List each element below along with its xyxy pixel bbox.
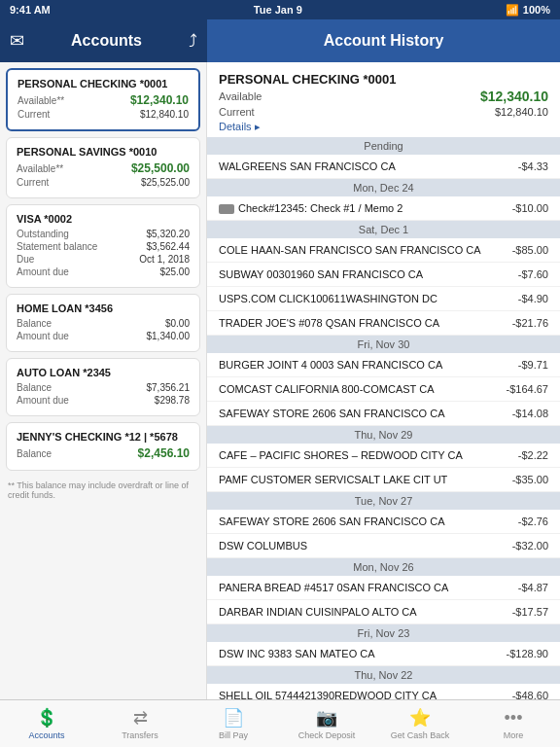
account-card-personal-savings[interactable]: PERSONAL SAVINGS *0010Available**$25,500… <box>6 137 200 198</box>
transaction-row[interactable]: TRADER JOE'S #078 QSAN FRANCISCO CA-$21.… <box>207 311 560 336</box>
transaction-row[interactable]: PAMF CUSTOMER SERVICSALT LAKE CIT UT-$35… <box>207 468 560 492</box>
transaction-amount: -$7.60 <box>518 268 548 280</box>
mail-icon[interactable]: ✉ <box>10 30 24 52</box>
available-label: Available <box>219 90 262 102</box>
transaction-name: CAFE – PACIFIC SHORES – REDWOOD CITY CA <box>219 449 518 461</box>
more-icon: ••• <box>505 708 523 729</box>
account-row-label: Outstanding <box>17 229 69 239</box>
get-cash-back-icon: ⭐ <box>409 707 431 729</box>
accounts-icon: 💲 <box>36 707 57 729</box>
history-header: Account History <box>207 19 560 62</box>
account-row: Amount due$298.78 <box>17 395 190 406</box>
bill-pay-tab-label: Bill Pay <box>219 730 248 740</box>
account-card-auto-loan[interactable]: AUTO LOAN *2345Balance$7,356.21Amount du… <box>6 358 200 416</box>
tab-bar: 💲Accounts⇄Transfers📄Bill Pay📷Check Depos… <box>0 699 560 747</box>
more-tab-label: More <box>504 730 524 740</box>
section-header: Mon, Dec 24 <box>207 179 560 196</box>
account-row-value: $0.00 <box>165 318 190 329</box>
account-row-label: Due <box>17 254 34 265</box>
transaction-amount: -$9.71 <box>518 359 548 371</box>
status-date: Tue Jan 9 <box>254 4 302 16</box>
transaction-name: Check#12345: Check #1 / Memo 2 <box>219 202 512 214</box>
account-row: Balance$2,456.10 <box>17 446 190 460</box>
history-title: Account History <box>324 32 444 50</box>
account-name: AUTO LOAN *2345 <box>17 367 190 378</box>
account-row: Balance$0.00 <box>17 318 190 329</box>
account-row: Available**$12,340.10 <box>18 93 189 107</box>
transaction-amount: -$32.00 <box>512 540 548 551</box>
account-card-visa[interactable]: VISA *0002Outstanding$5,320.20Statement … <box>6 204 200 288</box>
transaction-name: TRADER JOE'S #078 QSAN FRANCISCO CA <box>219 317 512 329</box>
transaction-row[interactable]: COMCAST CALIFORNIA 800-COMCAST CA-$164.6… <box>207 377 560 402</box>
transaction-name: DSW INC 9383 SAN MATEO CA <box>219 648 507 659</box>
transaction-row[interactable]: PANERA BREAD #4517 0SAN FRANCISCO CA-$4.… <box>207 576 560 600</box>
account-row-value: $25,500.00 <box>131 161 190 175</box>
account-row: Amount due$25.00 <box>17 267 190 277</box>
transaction-row[interactable]: COLE HAAN-SAN FRANCISCO SAN FRANCISCO CA… <box>207 238 560 263</box>
tab-check-deposit[interactable]: 📷Check Deposit <box>280 700 373 747</box>
account-name: PERSONAL CHECKING *0001 <box>18 78 189 89</box>
tab-accounts[interactable]: 💲Accounts <box>0 700 93 747</box>
account-card-jenny-checking[interactable]: JENNY'S CHECKING *12 | *5678Balance$2,45… <box>6 422 200 471</box>
main-content: PERSONAL CHECKING *0001Available**$12,34… <box>0 62 560 699</box>
transaction-amount: -$35.00 <box>512 474 548 485</box>
account-row-value: $12,340.10 <box>130 93 189 107</box>
transaction-row[interactable]: DARBAR INDIAN CUISINPALO ALTO CA-$17.57 <box>207 600 560 624</box>
transaction-amount: -$21.76 <box>512 317 548 329</box>
account-row-value: Oct 1, 2018 <box>139 254 190 265</box>
account-card-personal-checking[interactable]: PERSONAL CHECKING *0001Available**$12,34… <box>6 68 200 131</box>
account-row-value: $3,562.44 <box>147 241 191 252</box>
tab-get-cash-back[interactable]: ⭐Get Cash Back <box>373 700 467 747</box>
history-panel: PERSONAL CHECKING *0001 Available $12,34… <box>207 62 560 699</box>
account-card-home-loan[interactable]: HOME LOAN *3456Balance$0.00Amount due$1,… <box>6 294 200 352</box>
transaction-amount: -$10.00 <box>512 202 548 214</box>
transaction-amount: -$2.22 <box>518 449 548 461</box>
account-row-label: Amount due <box>17 395 69 406</box>
current-value: $12,840.10 <box>495 106 548 118</box>
account-row-value: $1,340.00 <box>147 331 191 341</box>
account-row-value: $25,525.00 <box>141 177 190 188</box>
transfers-icon: ⇄ <box>133 707 148 729</box>
account-row: Statement balance$3,562.44 <box>17 241 190 252</box>
transaction-row[interactable]: USPS.COM CLICK100611WASHINGTON DC-$4.90 <box>207 287 560 311</box>
transaction-row[interactable]: CAFE – PACIFIC SHORES – REDWOOD CITY CA-… <box>207 444 560 468</box>
account-name: JENNY'S CHECKING *12 | *5678 <box>17 431 190 443</box>
transaction-row[interactable]: DSW COLUMBUS-$32.00 <box>207 534 560 558</box>
tab-more[interactable]: •••More <box>467 700 560 747</box>
transaction-row[interactable]: SUBWAY 00301960 SAN FRANCISCO CA-$7.60 <box>207 263 560 287</box>
transaction-amount: -$4.90 <box>518 293 548 304</box>
account-row: Current$25,525.00 <box>17 177 190 188</box>
share-icon[interactable]: ⤴ <box>189 31 197 52</box>
transaction-name: PAMF CUSTOMER SERVICSALT LAKE CIT UT <box>219 474 512 485</box>
section-header: Pending <box>207 137 560 155</box>
account-row-label: Statement balance <box>17 241 97 252</box>
transaction-row[interactable]: BURGER JOINT 4 0003 SAN FRANCISCO CA-$9.… <box>207 353 560 377</box>
current-label: Current <box>219 106 255 118</box>
transaction-row[interactable]: SAFEWAY STORE 2606 SAN FRANCISCO CA-$14.… <box>207 402 560 426</box>
available-value: $12,340.10 <box>480 89 548 104</box>
account-row: Outstanding$5,320.20 <box>17 229 190 239</box>
transaction-row[interactable]: WALGREENS SAN FRANCISCO CA-$4.33 <box>207 155 560 179</box>
tab-transfers[interactable]: ⇄Transfers <box>93 700 187 747</box>
bill-pay-icon: 📄 <box>223 707 244 729</box>
transaction-row[interactable]: DSW INC 9383 SAN MATEO CA-$128.90 <box>207 642 560 666</box>
history-account-name: PERSONAL CHECKING *0001 <box>219 72 548 87</box>
check-deposit-icon: 📷 <box>316 707 337 729</box>
account-row-label: Current <box>18 109 50 120</box>
transaction-name: PANERA BREAD #4517 0SAN FRANCISCO CA <box>219 582 518 593</box>
account-row-label: Available** <box>18 95 64 106</box>
accounts-tab-label: Accounts <box>28 730 64 740</box>
transaction-row[interactable]: Check#12345: Check #1 / Memo 2-$10.00 <box>207 196 560 221</box>
accounts-panel: PERSONAL CHECKING *0001Available**$12,34… <box>0 62 207 699</box>
transaction-row[interactable]: SHELL OIL 5744421390REDWOOD CITY CA-$48.… <box>207 684 560 699</box>
battery-label: 100% <box>523 4 550 16</box>
accounts-header: ✉ Accounts ⤴ <box>0 19 207 62</box>
account-row: Available**$25,500.00 <box>17 161 190 175</box>
transaction-name: BURGER JOINT 4 0003 SAN FRANCISCO CA <box>219 359 518 371</box>
transaction-amount: -$4.33 <box>518 160 548 172</box>
transaction-row[interactable]: SAFEWAY STORE 2606 SAN FRANCISCO CA-$2.7… <box>207 510 560 534</box>
account-name: HOME LOAN *3456 <box>17 302 190 314</box>
transaction-name: COLE HAAN-SAN FRANCISCO SAN FRANCISCO CA <box>219 244 512 256</box>
tab-bill-pay[interactable]: 📄Bill Pay <box>187 700 280 747</box>
details-link[interactable]: Details ▸ <box>219 121 261 133</box>
